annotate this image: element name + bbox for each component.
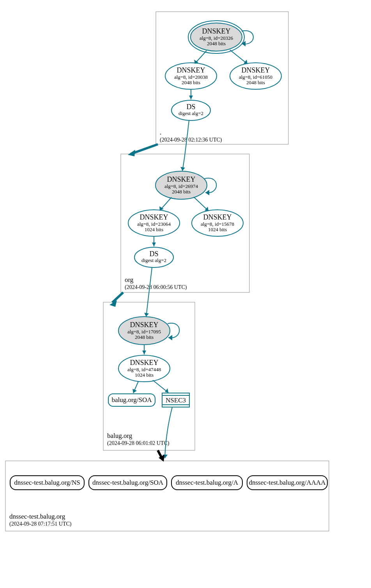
svg-text:DNSKEY: DNSKEY — [130, 359, 158, 367]
zone-dnssectest-name: dnssec-test.balug.org — [9, 513, 65, 520]
svg-text:NSEC3: NSEC3 — [166, 397, 186, 404]
balug-ksk-self-arrow — [168, 335, 172, 340]
svg-text:dnssec-test.balug.org/NS: dnssec-test.balug.org/NS — [14, 479, 80, 486]
org-ksk-self-arrow — [205, 190, 209, 195]
arrow-root-to-org-deleg — [128, 150, 135, 156]
svg-text:alg=8, id=20326: alg=8, id=20326 — [200, 35, 233, 41]
svg-text:DNSKEY: DNSKEY — [241, 66, 270, 74]
root-ds-node[interactable]: DS digest alg=2 — [171, 100, 210, 120]
svg-text:2048 bits: 2048 bits — [207, 41, 226, 46]
org-ds-node[interactable]: DS digest alg=2 — [134, 247, 173, 267]
svg-text:2048 bits: 2048 bits — [135, 334, 154, 340]
arrow-orgds-balugksk — [144, 313, 149, 317]
arrow-balugksk-zsk — [142, 351, 146, 354]
balug-ksk-node[interactable]: DNSKEY alg=8, id=17095 2048 bits — [118, 317, 170, 345]
svg-text:dnssec-test.balug.org/AAAA: dnssec-test.balug.org/AAAA — [249, 479, 326, 486]
edge-org-to-balug-deleg — [112, 292, 123, 303]
svg-text:DNSKEY: DNSKEY — [177, 66, 205, 74]
rr-aaaa-node[interactable]: dnssec-test.balug.org/AAAA — [247, 476, 327, 490]
svg-text:balug.org/SOA: balug.org/SOA — [111, 396, 152, 404]
zone-org-name: org — [125, 276, 134, 283]
svg-text:alg=8, id=47448: alg=8, id=47448 — [127, 367, 161, 372]
edge-rootds-orgksk — [182, 120, 189, 171]
rr-ns-node[interactable]: dnssec-test.balug.org/NS — [10, 476, 84, 490]
svg-text:DNSKEY: DNSKEY — [203, 213, 231, 221]
svg-text:DS: DS — [149, 250, 158, 258]
arrow-rootksk-zsk2 — [244, 60, 247, 64]
zone-dnssectest-box — [5, 461, 329, 531]
arrow-orgzsk1-ds — [152, 243, 156, 246]
org-ksk-node[interactable]: DNSKEY alg=8, id=26974 2048 bits — [155, 171, 207, 199]
zone-dnssectest-time: (2024-09-28 07:17:51 UTC) — [9, 521, 72, 527]
svg-text:1024 bits: 1024 bits — [208, 227, 227, 232]
svg-text:2048 bits: 2048 bits — [172, 189, 191, 195]
svg-text:2048 bits: 2048 bits — [246, 80, 265, 85]
arrow-rootzsk1-ds — [189, 96, 193, 99]
balug-zsk-node[interactable]: DNSKEY alg=8, id=47448 1024 bits — [118, 355, 170, 382]
root-zsk2-node[interactable]: DNSKEY alg=8, id=61050 2048 bits — [230, 63, 281, 89]
root-ksk-node[interactable]: DNSKEY alg=8, id=20326 2048 bits — [188, 21, 244, 53]
svg-text:DNSKEY: DNSKEY — [140, 213, 168, 221]
svg-text:alg=8, id=15678: alg=8, id=15678 — [201, 221, 234, 227]
zone-balug-name: balug.org — [107, 432, 132, 439]
zone-root-name: . — [160, 129, 161, 136]
edge-rootksk-zsk2 — [230, 50, 247, 64]
svg-text:1024 bits: 1024 bits — [135, 372, 154, 378]
svg-text:DNSKEY: DNSKEY — [167, 175, 195, 183]
balug-soa-node[interactable]: balug.org/SOA — [108, 394, 155, 406]
svg-text:alg=8, id=20038: alg=8, id=20038 — [174, 74, 208, 80]
svg-text:dnssec-test.balug.org/SOA: dnssec-test.balug.org/SOA — [92, 479, 164, 486]
svg-text:alg=8, id=26974: alg=8, id=26974 — [164, 183, 198, 189]
balug-nsec3-node[interactable]: NSEC3 — [162, 393, 189, 407]
svg-text:2048 bits: 2048 bits — [182, 80, 200, 85]
edge-orgds-balugksk — [146, 267, 152, 317]
dnssec-diagram: . (2024-09-28 02:12:36 UTC) DNSKEY alg=8… — [0, 0, 371, 588]
svg-text:DNSKEY: DNSKEY — [130, 321, 158, 329]
svg-text:alg=8, id=61050: alg=8, id=61050 — [239, 74, 272, 80]
root-zsk1-node[interactable]: DNSKEY alg=8, id=20038 2048 bits — [165, 63, 217, 89]
svg-text:digest alg=2: digest alg=2 — [178, 110, 203, 116]
zone-root-time: (2024-09-28 02:12:36 UTC) — [160, 137, 222, 143]
rr-a-node[interactable]: dnssec-test.balug.org/A — [171, 476, 242, 490]
svg-text:1024 bits: 1024 bits — [145, 227, 163, 232]
org-zsk1-node[interactable]: DNSKEY alg=8, id=23064 1024 bits — [128, 210, 180, 236]
svg-text:alg=8, id=17095: alg=8, id=17095 — [127, 329, 161, 335]
svg-text:dnssec-test.balug.org/A: dnssec-test.balug.org/A — [176, 479, 238, 486]
org-zsk2-node[interactable]: DNSKEY alg=8, id=15678 1024 bits — [192, 210, 243, 236]
svg-text:DNSKEY: DNSKEY — [202, 27, 230, 35]
zone-balug-time: (2024-09-28 06:01:02 UTC) — [107, 440, 170, 446]
arrow-rootds-orgksk — [180, 167, 185, 171]
edge-nsec3-down — [165, 407, 172, 457]
svg-text:DS: DS — [186, 103, 195, 111]
svg-text:alg=8, id=23064: alg=8, id=23064 — [137, 221, 171, 227]
svg-text:digest alg=2: digest alg=2 — [141, 257, 166, 263]
zone-org-time: (2024-09-28 06:00:56 UTC) — [125, 284, 187, 290]
rr-soa-node[interactable]: dnssec-test.balug.org/SOA — [89, 476, 167, 490]
